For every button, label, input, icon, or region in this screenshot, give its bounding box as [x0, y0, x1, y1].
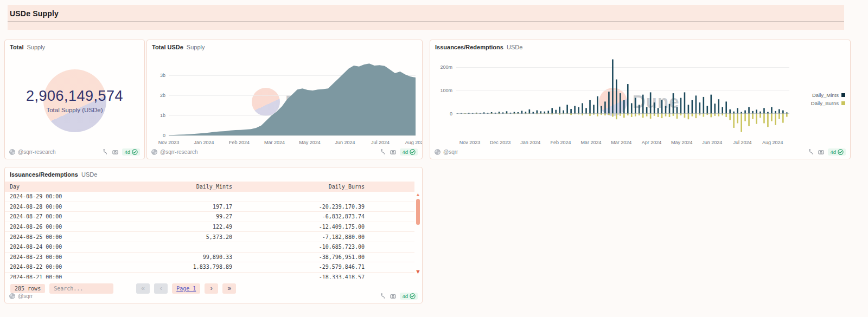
cell-day: 2024-08-28 00:00: [5, 204, 192, 210]
scrollbar-thumb[interactable]: [416, 199, 420, 225]
svg-text:Nov 2023: Nov 2023: [158, 140, 180, 145]
fork-icon[interactable]: [808, 149, 814, 155]
svg-text:Feb 2024: Feb 2024: [551, 140, 571, 145]
column-header-day: Day: [5, 184, 192, 190]
table-body: 2024-08-29 00:002024-08-28 00:00197.17-2…: [5, 192, 414, 279]
cell-daily-mints: 122.49: [192, 224, 232, 230]
x-axis: Nov 2023Jan 2024Feb 2024Mar 2024May 2024…: [158, 140, 422, 145]
cell-daily-burns: -29,579,846.71: [232, 264, 365, 270]
cell-day: 2024-08-21 00:00: [5, 274, 192, 279]
refresh-age-badge[interactable]: 4d: [400, 293, 418, 300]
svg-text:Apr 2024: Apr 2024: [642, 140, 662, 145]
refresh-age-badge[interactable]: 4d: [122, 148, 140, 156]
refresh-age-badge[interactable]: 4d: [828, 148, 846, 156]
svg-text:100m: 100m: [440, 88, 452, 93]
fork-icon[interactable]: [380, 149, 386, 155]
cell-daily-burns: -18,333,418.57: [232, 274, 365, 279]
cell-daily-burns: -6,832,873.74: [232, 214, 365, 219]
svg-text:Jul 2024: Jul 2024: [733, 140, 751, 145]
check-icon: [410, 293, 416, 299]
author-handle[interactable]: @sqrr-research: [160, 149, 198, 155]
column-header-mints: Daily_Mints: [192, 184, 232, 190]
svg-text:Feb 2024: Feb 2024: [229, 140, 250, 145]
author-avatar: [435, 149, 441, 155]
scroll-down-icon[interactable]: ▼: [415, 268, 421, 275]
cell-day: 2024-08-25 00:00: [5, 234, 192, 240]
cell-daily-burns: -10,685,723.00: [232, 244, 365, 250]
camera-icon[interactable]: [818, 149, 824, 155]
author-handle[interactable]: @sqrr-research: [18, 149, 56, 155]
check-icon: [410, 149, 416, 155]
table-header-row: Day Daily_Mints Daily_Burns: [5, 182, 414, 192]
series-daily-burns: [464, 114, 788, 132]
svg-text:200m: 200m: [440, 64, 452, 70]
cell-daily-burns: -20,239,170.39: [232, 204, 365, 210]
author-handle[interactable]: @sqrr: [443, 149, 458, 155]
svg-text:Jul 2024: Jul 2024: [371, 140, 390, 145]
scroll-up-icon[interactable]: ▲: [416, 192, 420, 197]
table-scrollbar[interactable]: ▲: [416, 192, 420, 225]
cell-day: 2024-08-27 00:00: [5, 214, 192, 219]
svg-text:3b: 3b: [160, 73, 165, 78]
cell-daily-mints: 99.27: [192, 214, 232, 219]
svg-text:1b: 1b: [160, 113, 165, 118]
svg-text:Aug 2024: Aug 2024: [405, 140, 422, 145]
counter-value: 2,906,149,574: [5, 88, 144, 105]
table-card-title: Issuances/RedemptionsUSDe: [10, 171, 97, 178]
chart-legend: Daily_Mints Daily_Burns: [811, 92, 845, 106]
legend-item-mints[interactable]: Daily_Mints: [812, 92, 845, 98]
legend-item-burns[interactable]: Daily_Burns: [811, 100, 845, 106]
svg-text:May 2024: May 2024: [671, 140, 693, 145]
svg-text:Mar 2024: Mar 2024: [264, 140, 285, 145]
fork-icon[interactable]: [103, 149, 108, 155]
svg-text:Jan 2024: Jan 2024: [520, 140, 540, 145]
table-row: 2024-08-21 00:00-18,333,418.57: [5, 273, 414, 279]
column-header-burns: Daily_Burns: [232, 184, 365, 190]
cell-daily-mints: 5,373.20: [192, 234, 232, 240]
cell-day: 2024-08-22 00:00: [5, 264, 192, 270]
svg-text:0: 0: [450, 111, 452, 117]
supply-area-chart: 01b2b3bNov 2023Jan 2024Feb 2024Mar 2024M…: [147, 52, 422, 150]
issuance-chart-title: Issuances/RedemptionsUSDe: [435, 44, 522, 50]
dashboard-header-titlebar: USDe Supply: [8, 5, 844, 22]
cell-day: 2024-08-29 00:00: [5, 193, 192, 199]
cell-daily-burns: -7,182,880.00: [232, 234, 365, 240]
counter-card-title: TotalSupply: [10, 44, 45, 50]
svg-text:Jun 2024: Jun 2024: [335, 140, 355, 145]
issuance-table-card: Issuances/RedemptionsUSDe Day Daily_Mint…: [4, 167, 423, 303]
issuance-bar-chart: 0100m200mNov 2023Dec 2023Jan 2024Feb 202…: [430, 52, 850, 150]
counter-card: TotalSupply 2,906,149,574 Total Supply (…: [4, 40, 145, 159]
cell-daily-mints: 99,890.33: [192, 254, 232, 260]
table-row: 2024-08-25 00:005,373.20-7,182,880.00: [5, 232, 414, 242]
cell-daily-mints: 1,833,798.89: [192, 264, 232, 270]
svg-text:Mar 2024: Mar 2024: [580, 140, 601, 145]
cell-day: 2024-08-26 00:00: [5, 224, 192, 230]
table-row: 2024-08-22 00:001,833,798.89-29,579,846.…: [5, 262, 414, 273]
legend-swatch-burns: [841, 101, 845, 105]
svg-text:Nov 2023: Nov 2023: [459, 140, 481, 145]
counter-card-footer: @sqrr-research 4d: [9, 147, 140, 156]
camera-icon[interactable]: [390, 149, 396, 155]
dashboard-header: USDe Supply: [8, 5, 844, 30]
author-handle[interactable]: @sqrr: [18, 293, 33, 299]
cell-daily-burns: -12,409,175.00: [232, 224, 365, 230]
supply-card-footer: @sqrr-research 4d: [151, 147, 418, 156]
svg-text:Dec 2023: Dec 2023: [490, 140, 511, 145]
refresh-age-badge[interactable]: 4d: [400, 148, 418, 156]
camera-icon[interactable]: [390, 293, 396, 299]
svg-text:Jan 2024: Jan 2024: [194, 140, 214, 145]
supply-chart-card: Total USDeSupply Dune 01b2b3bNov 2023Jan…: [146, 40, 423, 159]
check-icon: [838, 149, 844, 155]
grid: [456, 67, 789, 113]
page-title: USDe Supply: [10, 9, 59, 18]
svg-text:0: 0: [163, 133, 165, 138]
issuance-card-footer: @sqrr 4d: [435, 147, 846, 156]
fork-icon[interactable]: [380, 293, 386, 299]
table-row: 2024-08-26 00:00122.49-12,409,175.00: [5, 222, 414, 232]
check-icon: [132, 149, 138, 155]
table-row: 2024-08-27 00:0099.27-6,832,873.74: [5, 212, 414, 222]
x-axis: Nov 2023Dec 2023Jan 2024Feb 2024Mar 2024…: [459, 140, 783, 145]
table-row: 2024-08-24 00:00-10,685,723.00: [5, 242, 414, 253]
camera-icon[interactable]: [112, 149, 118, 155]
table-row: 2024-08-29 00:00: [5, 192, 414, 202]
